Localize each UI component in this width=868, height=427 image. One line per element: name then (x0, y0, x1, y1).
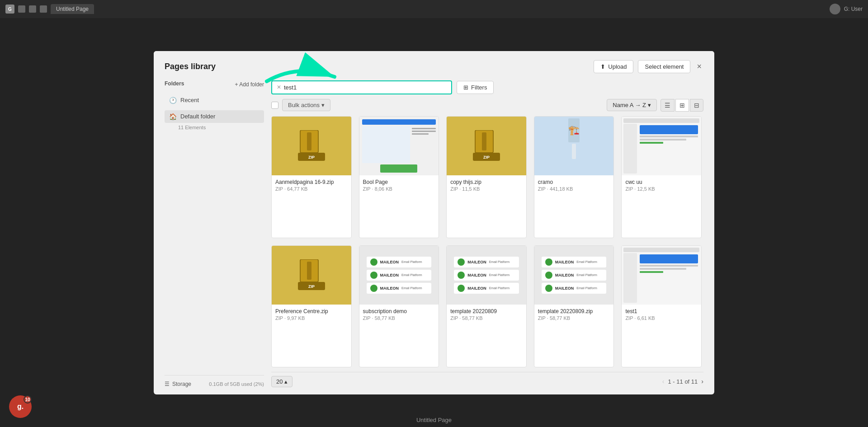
files-grid: ZIP Aanmeldpagina 16-9.zip ZIP · 64,77 K… (271, 116, 703, 367)
modal-overlay: Pages library ⬆ Upload Select element × … (0, 18, 868, 427)
file-name: Bool Page (363, 179, 435, 185)
pagination: ‹ 1 - 11 of 11 › (662, 378, 703, 385)
file-name: copy thijs.zip (450, 179, 523, 185)
next-page-button[interactable]: › (701, 378, 703, 385)
modal-body: Folders + Add folder 🕐 Recent 🏠 Default … (154, 73, 714, 394)
file-info: Aanmeldpagina 16-9.zip ZIP · 64,77 KB (272, 175, 351, 195)
sidebar: Folders + Add folder 🕐 Recent 🏠 Default … (165, 80, 264, 387)
upload-icon: ⬆ (600, 63, 605, 70)
file-meta: ZIP · 58,77 KB (363, 315, 435, 321)
close-button[interactable]: × (695, 60, 703, 73)
file-card[interactable]: ZIP Aanmeldpagina 16-9.zip ZIP · 64,77 K… (271, 116, 352, 238)
modal-header: Pages library ⬆ Upload Select element × (154, 51, 714, 73)
file-card[interactable]: cwc uu ZIP · 12,5 KB (621, 116, 702, 238)
app-logo: G (5, 5, 14, 14)
topbar-user-text: G: User (844, 6, 863, 12)
content-toolbar: Bulk actions ▾ Name A → Z ▾ ☰ ⊞ ⊟ (271, 99, 703, 112)
storage-usage: 0.1GB of 5GB used (2%) (209, 381, 264, 387)
pages-library-modal: Pages library ⬆ Upload Select element × … (154, 51, 714, 394)
modal-title: Pages library (165, 62, 216, 71)
file-meta: ZIP · 58,77 KB (538, 315, 610, 321)
file-info: template 20220809 ZIP · 58,77 KB (447, 305, 526, 324)
file-name: template 20220809.zip (538, 308, 610, 314)
file-name: cramo (538, 179, 610, 185)
file-card[interactable]: test1 ZIP · 6,61 KB (621, 245, 702, 367)
clear-search-icon[interactable]: ✕ (277, 84, 281, 90)
file-info: Bool Page ZIP · 8,06 KB (359, 175, 439, 195)
svg-rect-2 (307, 132, 311, 150)
search-input[interactable] (284, 84, 447, 91)
zip-file-icon: ZIP (298, 259, 325, 291)
svg-rect-12 (307, 262, 311, 280)
file-name: template 20220809 (450, 308, 523, 314)
view-toggle: ☰ ⊞ ⊟ (660, 99, 703, 112)
list-view-button[interactable]: ☰ (660, 99, 675, 112)
file-card[interactable]: ZIP copy thijs.zip ZIP · 11,5 KB (446, 116, 527, 238)
topbar-icon-3 (40, 5, 47, 13)
svg-rect-7 (482, 132, 486, 150)
folder-element-count: 11 Elements (165, 125, 264, 130)
storage-icon: ☰ (165, 381, 170, 387)
search-box: ✕ (271, 80, 452, 94)
upload-button[interactable]: ⬆ Upload (594, 60, 633, 73)
file-meta: ZIP · 11,5 KB (450, 186, 523, 192)
svg-text:ZIP: ZIP (483, 155, 490, 160)
pagination-range: 1 - 11 of 11 (668, 378, 698, 385)
zip-file-icon: ZIP (473, 130, 500, 162)
page-size-select[interactable]: 20 ▴ (271, 376, 292, 387)
notification-badge: 10 (24, 395, 32, 404)
sidebar-item-recent[interactable]: 🕐 Recent (165, 94, 264, 107)
prev-page-button[interactable]: ‹ (662, 378, 665, 385)
sidebar-bottom: ☰ Storage 0.1GB of 5GB used (2%) (165, 375, 264, 387)
grid-view-button[interactable]: ⊞ (675, 99, 689, 112)
user-badge: g. 10 (9, 395, 32, 418)
select-element-button[interactable]: Select element (638, 60, 690, 73)
zip-file-icon: ZIP (298, 130, 325, 162)
topbar: G Untitled Page G: User (0, 0, 868, 18)
page-size-chevron-icon: ▴ (284, 378, 288, 385)
file-card[interactable]: MAILEON Email Platform MAILEON Email Pla… (534, 245, 614, 367)
file-meta: ZIP · 64,77 KB (275, 186, 348, 192)
topbar-icon-2 (29, 5, 36, 13)
file-name: Aanmeldpagina 16-9.zip (275, 179, 348, 185)
sidebar-item-default-folder[interactable]: 🏠 Default folder (165, 110, 264, 123)
content-footer: 20 ▴ ‹ 1 - 11 of 11 › (271, 372, 703, 387)
svg-text:ZIP: ZIP (308, 155, 315, 160)
chevron-down-icon: ▾ (321, 102, 325, 108)
home-icon: 🏠 (169, 113, 177, 120)
file-name: cwc uu (625, 179, 698, 185)
file-info: copy thijs.zip ZIP · 11,5 KB (447, 175, 526, 195)
folders-label: Folders (165, 80, 184, 87)
file-name: subscription demo (363, 308, 435, 314)
file-card[interactable]: ZIP Preference Centre.zip ZIP · 9,97 KB (271, 245, 352, 367)
file-card[interactable]: 🏗️ cramo ZIP · 441,18 KB (534, 116, 614, 238)
file-meta: ZIP · 6,61 KB (625, 315, 698, 321)
sort-chevron-icon: ▾ (648, 102, 651, 108)
bulk-actions-button[interactable]: Bulk actions ▾ (282, 99, 330, 111)
file-card[interactable]: MAILEON Email Platform MAILEON Email Pla… (359, 245, 439, 367)
bottom-page-label: Untitled Page (0, 413, 868, 427)
topbar-tab[interactable]: Untitled Page (51, 4, 94, 14)
search-toolbar: ✕ ⊞ Filters (271, 80, 703, 94)
topbar-icon-1 (18, 5, 25, 13)
file-meta: ZIP · 441,18 KB (538, 186, 610, 192)
user-avatar (830, 4, 840, 14)
file-info: Preference Centre.zip ZIP · 9,97 KB (272, 305, 351, 324)
file-meta: ZIP · 9,97 KB (275, 315, 348, 321)
file-meta: ZIP · 58,77 KB (450, 315, 523, 321)
clock-icon: 🕐 (169, 97, 177, 104)
file-card[interactable]: MAILEON Email Platform MAILEON Email Pla… (446, 245, 527, 367)
main-area: Pages library ⬆ Upload Select element × … (0, 18, 868, 427)
file-card[interactable]: Bool Page ZIP · 8,06 KB (359, 116, 439, 238)
large-grid-view-button[interactable]: ⊟ (690, 99, 703, 112)
file-info: template 20220809.zip ZIP · 58,77 KB (534, 305, 614, 324)
select-all-checkbox[interactable] (271, 102, 278, 109)
sort-button[interactable]: Name A → Z ▾ (607, 99, 657, 111)
file-meta: ZIP · 8,06 KB (363, 186, 435, 192)
modal-header-actions: ⬆ Upload Select element × (594, 60, 703, 73)
file-meta: ZIP · 12,5 KB (625, 186, 698, 192)
filters-button[interactable]: ⊞ Filters (457, 81, 494, 94)
add-folder-button[interactable]: + Add folder (235, 81, 264, 88)
svg-text:ZIP: ZIP (308, 284, 315, 289)
filter-icon: ⊞ (463, 84, 468, 91)
